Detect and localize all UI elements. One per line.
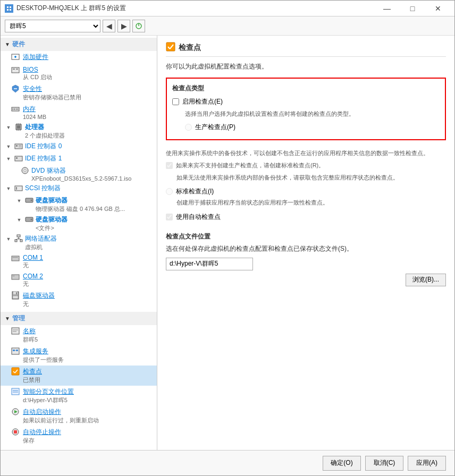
standard-desc: 创建用于捕获应用程序当前状态的应用程序一致性检查点。 bbox=[166, 198, 446, 207]
svg-rect-52 bbox=[17, 257, 18, 258]
sidebar-item-processor[interactable]: ▼ 处理器 2 个虚拟处理器 bbox=[1, 122, 157, 141]
minimize-button[interactable]: — bbox=[375, 1, 399, 16]
window-title: DESKTOP-MHQJELK 上 群晖5 的设置 bbox=[16, 4, 126, 13]
sidebar-item-floppy[interactable]: 磁盘驱动器 无 bbox=[1, 290, 157, 310]
svg-rect-12 bbox=[16, 69, 18, 70]
svg-rect-18 bbox=[18, 108, 18, 110]
main-window: DESKTOP-MHQJELK 上 群晖5 的设置 — □ ✕ 群晖5 ◀ ▶ … bbox=[0, 0, 455, 476]
management-section-header[interactable]: ▼ 管理 bbox=[1, 312, 157, 325]
svg-rect-59 bbox=[13, 296, 18, 299]
sidebar-item-ide1[interactable]: ▼ IDE 控制器 1 bbox=[1, 153, 157, 165]
sidebar-item-network[interactable]: ▼ 网络适配器 虚拟机 bbox=[1, 233, 157, 252]
title-controls: — □ ✕ bbox=[375, 1, 450, 16]
processor-label: 处理器 2 个虚拟处理器 bbox=[25, 123, 65, 140]
sidebar-item-com2[interactable]: COM 2 无 bbox=[1, 271, 157, 290]
sidebar-item-auto-start[interactable]: 自动启动操作 如果以前运行过，则重新启动 bbox=[1, 406, 157, 426]
sidebar-item-memory[interactable]: 内存 1024 MB bbox=[1, 103, 157, 122]
standard-label[interactable]: 标准检查点(I) bbox=[176, 187, 214, 196]
svg-rect-32 bbox=[16, 157, 18, 159]
right-panel: 检查点 你可以为此虚拟机配置检查点选项。 检查点类型 启用检查点(E) 选择当用… bbox=[157, 36, 454, 450]
main-content: ▼ 硬件 添加硬件 bbox=[1, 36, 454, 450]
integration-icon bbox=[11, 347, 20, 357]
auto-checkbox[interactable] bbox=[166, 214, 173, 220]
close-button[interactable]: ✕ bbox=[426, 1, 450, 16]
sidebar-item-auto-stop[interactable]: 自动停止操作 保存 bbox=[1, 426, 157, 446]
checkpoint-icon bbox=[11, 367, 20, 377]
ide1-expand: ▼ bbox=[5, 155, 12, 163]
sidebar-item-scsi[interactable]: ▼ SCSI 控制器 bbox=[1, 183, 157, 195]
auto-stop-text: 自动停止操作 保存 bbox=[23, 428, 61, 445]
sidebar-item-ide0[interactable]: ▼ IDE 控制器 0 bbox=[1, 141, 157, 153]
production-radio-row: 生产检查点(P) bbox=[172, 123, 440, 132]
enable-label[interactable]: 启用检查点(E) bbox=[182, 97, 223, 106]
svg-rect-55 bbox=[14, 276, 14, 276]
title-bar-left: DESKTOP-MHQJELK 上 群晖5 的设置 bbox=[5, 4, 126, 13]
svg-rect-11 bbox=[13, 69, 15, 70]
security-icon bbox=[11, 84, 20, 95]
svg-rect-54 bbox=[13, 276, 13, 276]
svg-rect-20 bbox=[17, 125, 20, 129]
apply-button[interactable]: 应用(A) bbox=[408, 456, 446, 471]
svg-rect-70 bbox=[12, 388, 19, 395]
path-input[interactable] bbox=[166, 258, 253, 270]
standard-radio[interactable] bbox=[166, 188, 173, 195]
svg-rect-53 bbox=[12, 275, 19, 279]
auto-label[interactable]: 使用自动检查点 bbox=[176, 212, 221, 222]
maximize-button[interactable]: □ bbox=[400, 1, 425, 16]
svg-rect-41 bbox=[17, 235, 20, 237]
production-label[interactable]: 生产检查点(P) bbox=[195, 123, 235, 132]
svg-point-34 bbox=[24, 169, 26, 172]
browse-button[interactable]: 浏览(B)... bbox=[406, 274, 446, 286]
hardware-section-header[interactable]: ▼ 硬件 bbox=[1, 38, 157, 51]
next-button[interactable]: ▶ bbox=[117, 20, 130, 32]
sidebar-item-hdd1[interactable]: ▼ 硬盘驱动器 物理驱动器 磁盘 0 476.94 GB 总... bbox=[1, 195, 157, 214]
smart-paging-icon bbox=[11, 387, 20, 397]
sidebar-item-security[interactable]: 安全性 密钥存储驱动器已禁用 bbox=[1, 83, 157, 103]
hdd2-expand: ▼ bbox=[15, 216, 23, 224]
production-note-checkbox[interactable] bbox=[166, 162, 173, 169]
ok-button[interactable]: 确定(O) bbox=[323, 456, 361, 471]
production-radio[interactable] bbox=[185, 124, 192, 131]
production-note2: 如果无法使用来宾操作系统内部的备份技术，请获取包含完整应用程序状态的检查点。 bbox=[166, 173, 446, 182]
com1-text: COM 1 无 bbox=[23, 254, 43, 269]
hardware-section-label: 硬件 bbox=[12, 40, 25, 49]
svg-rect-2 bbox=[10, 6, 11, 8]
path-desc: 选在何处保存此虚拟机的检查点配置和检查点已保存状态文件(S)。 bbox=[166, 244, 446, 253]
sidebar-item-bios[interactable]: BIOS 从 CD 启动 bbox=[1, 64, 157, 83]
power-button[interactable] bbox=[132, 20, 145, 32]
sidebar-item-dvd[interactable]: DVD 驱动器 XPEnoboot_DS3615xs_5.2-5967.1.is… bbox=[1, 165, 157, 183]
bios-icon bbox=[11, 66, 20, 76]
cancel-button[interactable]: 取消(C) bbox=[365, 456, 403, 471]
scsi-expand: ▼ bbox=[5, 185, 12, 192]
auto-checkbox-row: 使用自动检查点 bbox=[166, 212, 446, 222]
sidebar-item-smart-paging[interactable]: 智能分页文件位置 d:\Hyper-V\群晖5 bbox=[1, 386, 157, 406]
option-details: 使用来宾操作系统中的备份技术，可以创建不包含正在运行的应用程序相关信息的数据一致… bbox=[166, 147, 446, 224]
path-section: 检查点文件位置 选在何处保存此虚拟机的检查点配置和检查点已保存状态文件(S)。 … bbox=[166, 232, 446, 286]
ide0-expand: ▼ bbox=[5, 143, 12, 150]
sidebar-item-add-hardware[interactable]: 添加硬件 bbox=[1, 51, 157, 64]
svg-rect-65 bbox=[16, 350, 18, 351]
svg-rect-10 bbox=[12, 67, 19, 73]
vm-selector[interactable]: 群晖5 bbox=[5, 20, 100, 32]
management-arrow: ▼ bbox=[5, 316, 10, 321]
sidebar-item-hdd2[interactable]: ▼ 硬盘驱动器 <文件> bbox=[1, 214, 157, 233]
sidebar-item-name[interactable]: 名称 群晖5 bbox=[1, 325, 157, 345]
window-icon bbox=[5, 4, 13, 13]
sidebar-item-checkpoint[interactable]: 检查点 已禁用 bbox=[1, 366, 157, 386]
standard-radio-row: 标准检查点(I) bbox=[166, 187, 446, 196]
checkpoint-text: 检查点 已禁用 bbox=[23, 367, 42, 384]
name-icon bbox=[11, 327, 20, 337]
sidebar-item-integration[interactable]: 集成服务 提供了一些服务 bbox=[1, 345, 157, 366]
panel-header: 检查点 bbox=[166, 42, 446, 57]
svg-rect-50 bbox=[15, 257, 15, 258]
prev-button[interactable]: ◀ bbox=[103, 20, 115, 32]
svg-rect-17 bbox=[16, 108, 16, 110]
enable-checkbox[interactable] bbox=[172, 98, 179, 105]
svg-rect-4 bbox=[10, 9, 11, 11]
production-desc: 使用来宾操作系统中的备份技术，可以创建不包含正在运行的应用程序相关信息的数据一致… bbox=[166, 149, 446, 158]
scsi-icon bbox=[14, 184, 23, 194]
sidebar-item-com1[interactable]: COM 1 无 bbox=[1, 252, 157, 271]
svg-rect-51 bbox=[16, 257, 16, 258]
type-desc: 选择当用户选择为此虚拟机设置检查点时将创建的检查点的类型。 bbox=[172, 109, 440, 118]
auto-start-icon bbox=[11, 407, 20, 418]
